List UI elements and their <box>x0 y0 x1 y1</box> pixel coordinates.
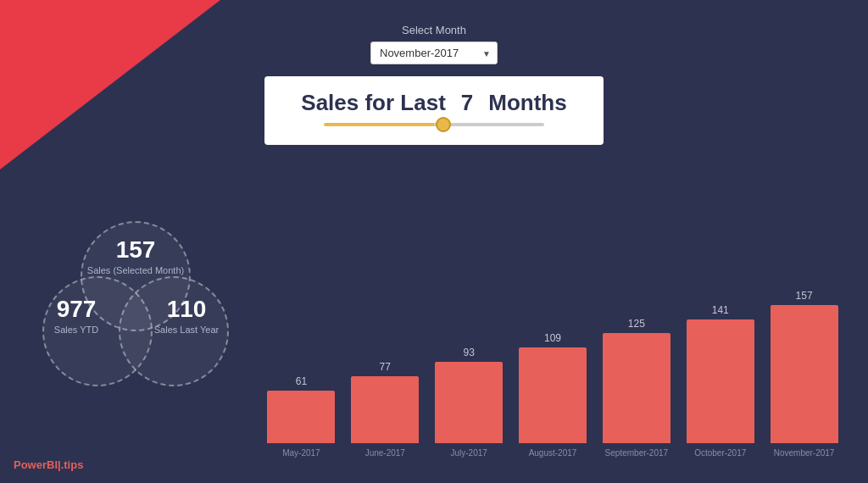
bar <box>603 333 670 443</box>
venn-top-value: 157 <box>81 238 191 262</box>
bar-value-label: 125 <box>628 318 645 330</box>
content-section: 157 Sales (Selected Month) 977 Sales YTD… <box>0 145 868 483</box>
bar-group: 93July-2017 <box>431 347 508 458</box>
bar-group: 125September-2017 <box>598 318 675 458</box>
venn-left-value: 977 <box>25 297 127 321</box>
bar-name-label: September-2017 <box>605 448 669 458</box>
bar-group: 77June-2017 <box>347 361 424 458</box>
bar <box>687 319 754 443</box>
watermark-brand: PowerBI <box>14 458 58 471</box>
bar-group: 109August-2017 <box>515 332 592 458</box>
watermark-suffix: .tips <box>61 458 84 471</box>
bar-group: 157November-2017 <box>765 290 843 458</box>
venn-right-desc: Sales Last Year <box>136 324 237 336</box>
bar-value-label: 109 <box>544 332 561 344</box>
venn-section: 157 Sales (Selected Month) 977 Sales YTD… <box>25 153 246 458</box>
select-month-label: Select Month <box>402 24 466 36</box>
bar-name-label: July-2017 <box>450 448 487 458</box>
bar-name-label: October-2017 <box>694 448 746 458</box>
slider-section: Sales for Last 7 Months <box>0 64 868 145</box>
venn-right-value: 110 <box>136 297 237 321</box>
slider-text-row: Sales for Last 7 Months <box>301 90 566 116</box>
watermark: PowerBI|.tips <box>14 458 83 471</box>
bar <box>351 376 419 443</box>
slider-suffix-label: Months <box>488 90 566 116</box>
main-container: Select Month November-2017 October-2017 … <box>0 0 868 483</box>
months-slider[interactable] <box>324 123 544 126</box>
venn-diagram: 157 Sales (Selected Month) 977 Sales YTD… <box>34 221 237 391</box>
bar-value-label: 141 <box>712 304 729 316</box>
bar-value-label: 157 <box>796 290 813 302</box>
bar-value-label: 77 <box>380 361 391 373</box>
slider-banner: Sales for Last 7 Months <box>264 76 604 145</box>
bar-name-label: August-2017 <box>529 448 577 458</box>
venn-right-label-group: 110 Sales Last Year <box>136 297 237 336</box>
chart-section: 61May-201777June-201793July-2017109Augus… <box>263 153 843 458</box>
slider-value-display: 7 <box>461 90 473 116</box>
slider-track-container[interactable] <box>324 123 544 126</box>
bar-name-label: November-2017 <box>774 448 835 458</box>
bar <box>519 347 587 443</box>
slider-prefix-label: Sales for Last <box>301 90 446 116</box>
select-month-container: Select Month November-2017 October-2017 … <box>370 24 498 64</box>
venn-left-label-group: 977 Sales YTD <box>25 297 127 336</box>
bar-value-label: 93 <box>463 347 474 358</box>
dropdown-wrapper[interactable]: November-2017 October-2017 September-201… <box>370 42 498 64</box>
venn-top-label-group: 157 Sales (Selected Month) <box>81 238 191 276</box>
bar-group: 141October-2017 <box>682 304 759 458</box>
top-section: Select Month November-2017 October-2017 … <box>0 0 868 64</box>
bar-value-label: 61 <box>296 375 307 387</box>
bar-group: 61May-2017 <box>263 375 340 458</box>
month-select[interactable]: November-2017 October-2017 September-201… <box>370 42 498 64</box>
venn-top-desc: Sales (Selected Month) <box>81 264 191 276</box>
bar <box>267 391 335 443</box>
bar-name-label: May-2017 <box>282 448 320 458</box>
bar <box>435 362 503 443</box>
bar <box>771 305 838 443</box>
venn-left-desc: Sales YTD <box>25 324 127 336</box>
bar-name-label: June-2017 <box>365 448 405 458</box>
bars-wrapper: 61May-201777June-201793July-2017109Augus… <box>263 254 843 458</box>
